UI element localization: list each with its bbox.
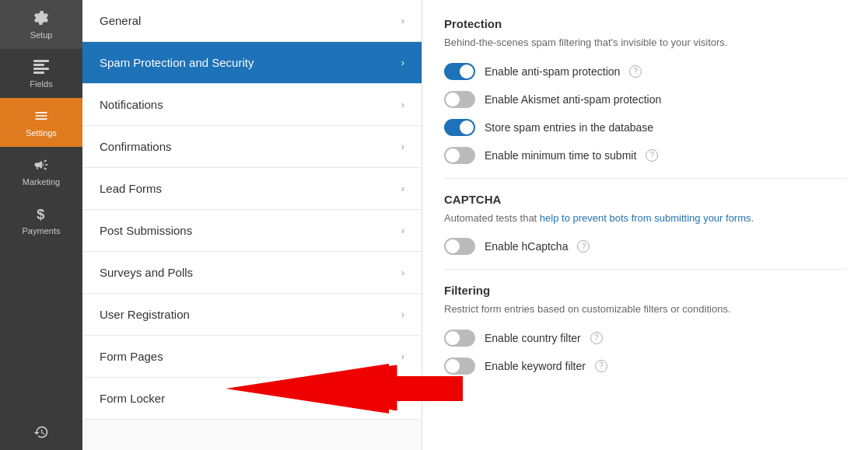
fields-label: Fields: [30, 79, 52, 89]
hcaptcha-label: Enable hCaptcha: [485, 240, 568, 253]
chevron-icon: ›: [401, 392, 404, 404]
captcha-title: CAPTCHA: [444, 193, 846, 206]
chevron-icon: ›: [401, 309, 404, 320]
keyword-filter-help-icon[interactable]: ?: [595, 360, 607, 372]
captcha-desc: Automated tests that help to prevent bot…: [444, 211, 846, 226]
settings-icon: [33, 107, 50, 124]
chevron-icon: ›: [401, 351, 404, 362]
anti-spam-row: Enable anti-spam protection ?: [444, 63, 846, 80]
nav-item-surveys[interactable]: Surveys and Polls ›: [82, 252, 422, 294]
captcha-desc-link: help to prevent bots from submitting you…: [540, 212, 754, 224]
store-spam-row: Store spam entries in the database: [444, 119, 846, 136]
sidebar-item-settings[interactable]: Settings: [0, 98, 82, 147]
min-time-label: Enable minimum time to submit: [485, 149, 636, 162]
sidebar-item-setup[interactable]: Setup: [0, 0, 82, 49]
nav-item-form-pages[interactable]: Form Pages ›: [82, 336, 422, 378]
hcaptcha-help-icon[interactable]: ?: [577, 240, 590, 253]
anti-spam-help-icon[interactable]: ?: [629, 65, 642, 78]
nav-item-user-reg[interactable]: User Registration ›: [82, 294, 422, 336]
marketing-label: Marketing: [23, 177, 60, 187]
nav-item-spam[interactable]: Spam Protection and Security ›: [82, 42, 422, 84]
country-filter-toggle[interactable]: [444, 330, 475, 347]
store-spam-label: Store spam entries in the database: [485, 121, 653, 134]
nav-item-form-locker[interactable]: Form Locker ›: [82, 378, 422, 420]
hcaptcha-toggle[interactable]: [444, 238, 475, 255]
min-time-toggle[interactable]: [444, 147, 475, 164]
history-icon: [33, 424, 50, 441]
protection-section: Protection Behind-the-scenes spam filter…: [444, 17, 846, 164]
keyword-filter-label: Enable keyword filter: [485, 360, 586, 372]
sidebar-item-history[interactable]: [0, 414, 82, 450]
nav-item-form-locker-label: Form Locker: [100, 392, 165, 405]
svg-rect-3: [33, 72, 44, 74]
sidebar-item-marketing[interactable]: Marketing: [0, 147, 82, 196]
min-time-help-icon[interactable]: ?: [646, 149, 658, 162]
settings-label: Settings: [26, 128, 57, 138]
chevron-icon: ›: [401, 99, 404, 110]
nav-item-general[interactable]: General ›: [82, 0, 422, 42]
country-filter-label: Enable country filter: [485, 332, 581, 344]
fields-icon: [33, 58, 50, 75]
svg-rect-1: [33, 64, 44, 66]
chevron-icon: ›: [401, 267, 404, 278]
filtering-section: Filtering Restrict form entries based on…: [444, 284, 846, 375]
anti-spam-label: Enable anti-spam protection: [485, 65, 620, 78]
setup-icon: [33, 9, 50, 26]
chevron-icon: ›: [401, 15, 404, 26]
nav-item-general-label: General: [100, 14, 141, 27]
min-time-row: Enable minimum time to submit ?: [444, 147, 846, 164]
nav-item-post-submissions-label: Post Submissions: [100, 224, 192, 237]
nav-item-post-submissions[interactable]: Post Submissions ›: [82, 210, 422, 252]
payments-icon: $: [33, 205, 50, 222]
chevron-icon: ›: [401, 183, 404, 194]
payments-label: Payments: [23, 226, 61, 235]
akismet-label: Enable Akismet anti-spam protection: [485, 93, 661, 106]
nav-item-lead-forms[interactable]: Lead Forms ›: [82, 168, 422, 210]
captcha-section: CAPTCHA Automated tests that help to pre…: [444, 193, 846, 256]
nav-item-form-pages-label: Form Pages: [100, 350, 163, 363]
protection-title: Protection: [444, 17, 846, 30]
nav-panel: General › Spam Protection and Security ›…: [82, 0, 422, 450]
akismet-row: Enable Akismet anti-spam protection: [444, 91, 846, 108]
filtering-desc: Restrict form entries based on customiza…: [444, 302, 846, 317]
keyword-filter-row: Enable keyword filter ?: [444, 358, 846, 375]
nav-item-notifications-label: Notifications: [100, 98, 163, 111]
akismet-toggle[interactable]: [444, 91, 475, 108]
svg-rect-0: [33, 60, 49, 62]
filtering-title: Filtering: [444, 284, 846, 297]
section-divider-2: [444, 269, 846, 270]
content-panel: Protection Behind-the-scenes spam filter…: [422, 0, 868, 450]
anti-spam-toggle[interactable]: [444, 63, 475, 80]
sidebar-item-fields[interactable]: Fields: [0, 49, 82, 98]
sidebar: Setup Fields Settings Marketing: [0, 0, 82, 450]
svg-rect-2: [33, 68, 49, 70]
nav-item-user-reg-label: User Registration: [100, 308, 190, 321]
country-filter-help-icon[interactable]: ?: [590, 332, 603, 344]
nav-item-notifications[interactable]: Notifications ›: [82, 84, 422, 126]
store-spam-toggle[interactable]: [444, 119, 475, 136]
marketing-icon: [33, 156, 50, 173]
nav-item-spam-label: Spam Protection and Security: [100, 56, 254, 69]
chevron-icon: ›: [401, 57, 404, 68]
nav-item-surveys-label: Surveys and Polls: [100, 266, 193, 279]
hcaptcha-row: Enable hCaptcha ?: [444, 238, 846, 255]
setup-label: Setup: [30, 30, 53, 40]
svg-text:$: $: [37, 206, 44, 222]
nav-item-confirmations[interactable]: Confirmations ›: [82, 126, 422, 168]
nav-item-confirmations-label: Confirmations: [100, 140, 172, 153]
chevron-icon: ›: [401, 141, 404, 152]
keyword-filter-toggle[interactable]: [444, 358, 475, 375]
chevron-icon: ›: [401, 225, 404, 236]
section-divider-1: [444, 178, 846, 179]
nav-item-lead-forms-label: Lead Forms: [100, 182, 162, 195]
protection-desc: Behind-the-scenes spam filtering that's …: [444, 35, 846, 51]
country-filter-row: Enable country filter ?: [444, 330, 846, 347]
sidebar-item-payments[interactable]: $ Payments: [0, 196, 82, 245]
